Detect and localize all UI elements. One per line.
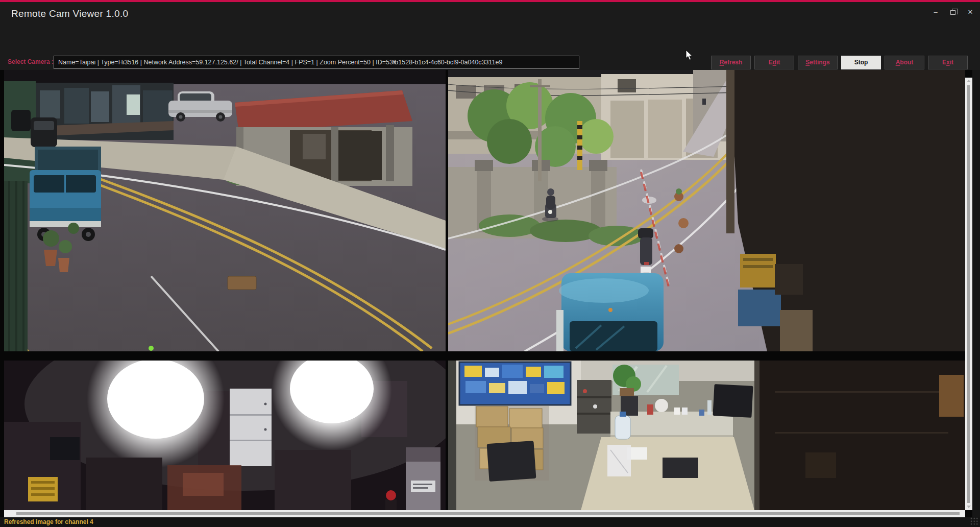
- vertical-scrollbar[interactable]: [965, 78, 972, 510]
- horizontal-scrollbar[interactable]: [4, 510, 965, 517]
- camera-select-dropdown[interactable]: Name=Taipai | Type=Hi3516 | Network Addr…: [54, 56, 579, 69]
- status-bar: Refreshed image for channel 4: [0, 517, 980, 527]
- resize-grip-icon[interactable]: [970, 517, 978, 525]
- edit-button[interactable]: Edit: [754, 56, 794, 69]
- status-message: Refreshed image for channel 4: [4, 517, 93, 527]
- toolbar-buttons: RefreshEditSettingsStopAboutExit: [711, 56, 968, 69]
- restore-icon[interactable]: [948, 7, 958, 16]
- refresh-button[interactable]: Refresh: [711, 56, 751, 69]
- vertical-scrollbar-thumb[interactable]: [967, 85, 970, 503]
- camera-feed-channel-4: [448, 361, 965, 510]
- select-camera-label: Select Camera :: [8, 58, 54, 65]
- titlebar: Remote Cam Viewer 1.0.0 – ✕: [0, 2, 980, 26]
- camera-feed-channel-1: [4, 70, 446, 351]
- window-title: Remote Cam Viewer 1.0.0: [11, 2, 128, 26]
- camera-feed-channel-3: [4, 361, 446, 510]
- scroll-up-icon[interactable]: [967, 80, 971, 82]
- stop-button[interactable]: Stop: [841, 56, 881, 69]
- camera-feed-channel-2: [448, 70, 965, 351]
- minimize-icon[interactable]: –: [931, 7, 940, 16]
- window-right-margin: [972, 70, 980, 527]
- toolbar: Select Camera : Name=Taipai | Type=Hi351…: [0, 26, 980, 70]
- scroll-down-icon[interactable]: [967, 506, 971, 508]
- horizontal-scrollbar-thumb[interactable]: [16, 512, 960, 515]
- about-button[interactable]: About: [885, 56, 924, 69]
- settings-button[interactable]: Settings: [798, 56, 838, 69]
- chevron-down-icon[interactable]: ▼: [392, 60, 397, 65]
- exit-button[interactable]: Exit: [928, 56, 968, 69]
- close-icon[interactable]: ✕: [966, 7, 975, 16]
